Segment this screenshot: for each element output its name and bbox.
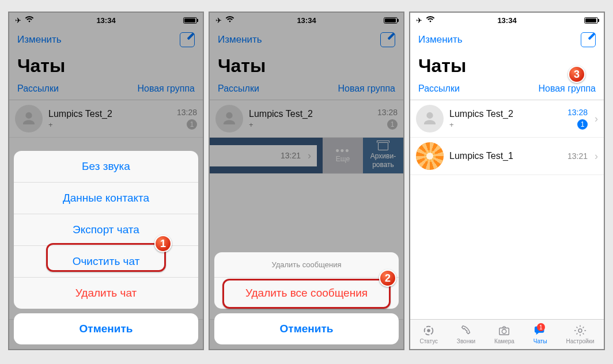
compose-icon[interactable] <box>581 32 596 47</box>
tab-bar: Статус Звонки Камера 1 Чаты Настройки <box>410 319 604 349</box>
tab-settings[interactable]: Настройки <box>566 324 595 344</box>
action-sheet: Удалить сообщения Удалить все сообщения … <box>214 252 399 344</box>
step-badge-1: 1 <box>154 235 172 252</box>
action-sheet-group: Без звука Данные контакта Экспорт чата О… <box>14 151 198 309</box>
tab-calls[interactable]: Звонки <box>457 324 475 344</box>
svg-point-14 <box>578 329 582 332</box>
panel-2: ✈ 13:34 Изменить Чаты Рассылки Новая гру… <box>209 12 404 350</box>
battery-icon <box>584 17 598 24</box>
airplane-icon: ✈ <box>416 16 422 25</box>
chevron-right-icon: › <box>593 150 598 162</box>
tab-chats-badge: 1 <box>537 323 545 331</box>
sheet-contact[interactable]: Данные контакта <box>14 182 198 214</box>
step-badge-3: 3 <box>568 66 585 83</box>
sheet-header: Удалить сообщения <box>214 252 399 277</box>
tab-camera[interactable]: Камера <box>494 324 514 344</box>
chat-time: 13:28 <box>567 108 588 117</box>
tab-status[interactable]: Статус <box>419 324 438 344</box>
sheet-cancel[interactable]: Отменить <box>14 313 198 344</box>
panel-3: ✈ 13:34 Изменить Чаты Рассылки Новая гру… <box>409 12 605 350</box>
avatar-orange-icon <box>416 142 444 170</box>
chat-preview: + <box>449 120 557 129</box>
chat-name: Lumpics Test_1 <box>449 151 557 161</box>
action-sheet-group: Удалить сообщения Удалить все сообщения <box>214 252 399 309</box>
nav-header: Изменить <box>410 28 604 52</box>
status-bar: ✈ 13:34 <box>410 13 604 28</box>
chat-row[interactable]: Lumpics Test_1 13:21 › <box>410 138 604 175</box>
chat-name: Lumpics Test_2 <box>449 109 557 119</box>
new-group-link[interactable]: Новая группа <box>538 84 596 94</box>
chat-time: 13:21 <box>567 151 588 161</box>
chat-row[interactable]: Lumpics Test_2 + 13:28 1 › <box>410 100 604 138</box>
status-time: 13:34 <box>497 16 516 25</box>
chevron-right-icon: › <box>593 113 598 125</box>
edit-button[interactable]: Изменить <box>418 34 463 46</box>
sheet-delete[interactable]: Удалить чат <box>14 277 198 309</box>
svg-point-13 <box>502 329 506 333</box>
wifi-icon <box>426 16 435 25</box>
sheet-cancel[interactable]: Отменить <box>214 313 399 344</box>
step-badge-2: 2 <box>379 270 396 287</box>
svg-point-11 <box>427 329 430 332</box>
unread-badge: 1 <box>577 119 588 130</box>
panel-1: ✈ 13:34 Изменить Чаты Рассылки Новая гру… <box>8 12 204 350</box>
sheet-mute[interactable]: Без звука <box>14 151 198 182</box>
sheet-clear[interactable]: Очистить чат <box>14 245 198 277</box>
avatar-placeholder-icon <box>416 105 444 132</box>
sheet-delete-all[interactable]: Удалить все сообщения <box>214 277 399 309</box>
tab-chats[interactable]: 1 Чаты <box>533 324 547 344</box>
broadcasts-link[interactable]: Рассылки <box>418 84 460 94</box>
sub-links: Рассылки Новая группа <box>410 84 604 100</box>
